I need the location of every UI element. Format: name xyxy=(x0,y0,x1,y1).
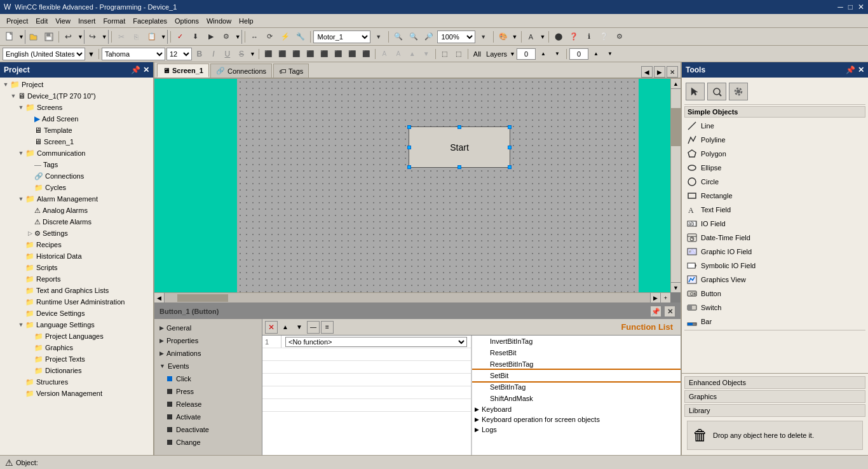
bp-func-select-1[interactable]: <No function> xyxy=(285,337,467,347)
tbtool14[interactable]: ❔ xyxy=(597,30,611,44)
tree-item-dicts[interactable]: 📁 Dictionaries xyxy=(0,365,153,376)
func-item-invertbitintag[interactable]: InvertBitInTag xyxy=(472,336,681,347)
tb-tag1[interactable]: 🔍 xyxy=(391,30,405,44)
strikethrough-button[interactable]: S xyxy=(235,48,248,60)
tree-item-historical[interactable]: 📁 Historical Data xyxy=(0,250,153,262)
tree-item-graphics2[interactable]: 📁 Graphics xyxy=(0,342,153,353)
align-top-right[interactable]: ⬛ xyxy=(290,48,302,60)
paste-dropdown[interactable]: ▼ xyxy=(160,30,168,44)
expander-device1[interactable]: ▼ xyxy=(9,93,18,99)
underline-button[interactable]: U xyxy=(221,48,234,60)
bp-close-button[interactable]: ✕ xyxy=(664,306,675,317)
tree-item-structures[interactable]: 📁 Structures xyxy=(0,376,153,388)
tbtool15[interactable]: ⚙ xyxy=(613,30,627,44)
coord-x-down[interactable]: ▼ xyxy=(604,48,616,60)
bp-nav-properties[interactable]: ▶ Properties xyxy=(154,334,262,347)
open-button[interactable] xyxy=(27,30,41,44)
bp-sub-press[interactable]: Press xyxy=(154,385,262,398)
tools-pin-button[interactable]: 📌 xyxy=(846,65,855,74)
layer-input[interactable] xyxy=(517,48,536,60)
tools-close-button[interactable]: ✕ xyxy=(858,65,864,74)
bp-sub-release[interactable]: Release xyxy=(154,398,262,411)
bp-row-1[interactable]: 1 <No function> xyxy=(262,336,471,348)
language-combo[interactable]: English (United States) xyxy=(3,48,85,60)
font-family-combo[interactable]: Tahoma xyxy=(102,48,165,60)
enhanced-objects-btn[interactable]: Enhanced Objects xyxy=(684,376,865,389)
layer-down[interactable]: ▼ xyxy=(551,48,564,60)
menu-format[interactable]: Format xyxy=(99,16,129,26)
redo-button[interactable]: ↪ xyxy=(86,30,100,44)
tree-item-projectlangs[interactable]: 📁 Project Languages xyxy=(0,330,153,342)
zoom-combo[interactable]: 100% xyxy=(437,31,475,43)
bp-tb-cut[interactable]: — xyxy=(307,321,320,334)
fmt2-3[interactable]: ▲ xyxy=(406,48,419,60)
save-button[interactable] xyxy=(42,30,56,44)
func-item-setbit[interactable]: SetBit xyxy=(472,370,681,381)
align-bot-center[interactable]: ⬛ xyxy=(360,48,372,60)
undo-dropdown[interactable]: ▼ xyxy=(77,30,85,44)
func-item-resetbitintag[interactable]: ResetBitInTag xyxy=(472,358,681,370)
zoom-in[interactable]: 🔍 xyxy=(407,30,421,44)
align-mid-left[interactable]: ⬛ xyxy=(304,48,316,60)
h-scroll-expand[interactable]: + xyxy=(660,293,670,302)
layers-dropdown[interactable]: ▼ xyxy=(510,51,515,57)
menu-faceplates[interactable]: Faceplates xyxy=(129,16,171,26)
font-size-combo[interactable]: 12 xyxy=(166,48,192,60)
bp-row-val-1[interactable]: <No function> xyxy=(281,336,471,348)
tool-rectangle[interactable]: Rectangle xyxy=(684,189,865,203)
menu-project[interactable]: Project xyxy=(3,16,32,26)
tbtool12[interactable]: ❓ xyxy=(567,30,581,44)
func-group-keyboardscreen[interactable]: ▶ Keyboard operation for screen objects xyxy=(472,414,681,425)
tool-bar[interactable]: Bar xyxy=(684,315,865,329)
canvas-dotted[interactable]: Start xyxy=(237,79,639,292)
canvas-close[interactable]: ✕ xyxy=(667,66,678,78)
tree-item-tags[interactable]: — Tags xyxy=(0,159,153,170)
tab-tags[interactable]: 🏷 Tags xyxy=(273,64,309,78)
compile-button[interactable]: ✓ xyxy=(173,30,187,44)
scroll-up-btn[interactable]: ▲ xyxy=(671,79,681,89)
library-btn[interactable]: Library xyxy=(684,404,865,417)
tree-item-alarm[interactable]: ▼ 📁 Alarm Management xyxy=(0,193,153,205)
bp-tb-down[interactable]: ▼ xyxy=(293,321,306,334)
tool-ellipse[interactable]: Ellipse xyxy=(684,161,865,175)
tree-item-analogalarms[interactable]: ⚠ Analog Alarms xyxy=(0,205,153,216)
bp-sub-deactivate[interactable]: Deactivate xyxy=(154,423,262,436)
canvas-scroll[interactable]: ▲ ▼ xyxy=(154,79,681,302)
tool-polygon[interactable]: Polygon xyxy=(684,147,865,161)
title-controls[interactable]: ─ □ ✕ xyxy=(837,3,864,11)
expander-communication[interactable]: ▼ xyxy=(17,150,25,156)
simulate-button[interactable]: ▶ xyxy=(204,30,218,44)
h-scroll-left[interactable]: ◀ xyxy=(154,293,165,302)
tool-symbolicio[interactable]: Symbolic IO Field xyxy=(684,259,865,273)
fmt3-2[interactable]: ⬚ xyxy=(452,48,465,60)
tool8[interactable]: 🔧 xyxy=(294,30,308,44)
bp-pin-button[interactable]: 📌 xyxy=(650,306,661,317)
zoom-out[interactable]: 🔎 xyxy=(422,30,436,44)
menu-help[interactable]: Help xyxy=(235,16,257,26)
tree-item-discretealarms[interactable]: ⚠ Discrete Alarms xyxy=(0,216,153,228)
tree-item-recipes[interactable]: 📁 Recipes xyxy=(0,239,153,250)
scroll-down-btn[interactable]: ▼ xyxy=(671,282,681,292)
fmt3-1[interactable]: ⬚ xyxy=(438,48,451,60)
tools-gear-btn[interactable] xyxy=(729,83,748,100)
v-scrollbar[interactable]: ▲ ▼ xyxy=(670,79,681,292)
lang-arrow[interactable]: ▼ xyxy=(86,50,96,58)
close-button[interactable]: ✕ xyxy=(858,3,864,11)
bp-tb-delete[interactable]: ✕ xyxy=(265,321,278,334)
cut-button[interactable]: ✂ xyxy=(114,30,128,44)
tag-combo-btn[interactable]: ▼ xyxy=(372,30,386,44)
bp-tb-paste[interactable]: ≡ xyxy=(321,321,334,334)
tab-connections[interactable]: 🔗 Connections xyxy=(210,64,272,78)
tree-item-devicesettings[interactable]: 📁 Device Settings xyxy=(0,308,153,319)
tool5[interactable]: ↔ xyxy=(248,30,262,44)
zoom-combo-btn[interactable]: ▼ xyxy=(477,30,491,44)
minimize-button[interactable]: ─ xyxy=(837,3,843,11)
tree-item-addscreen[interactable]: ▶ Add Screen xyxy=(0,113,153,125)
canvas-start-button[interactable]: Start xyxy=(409,126,510,168)
align-mid-center[interactable]: ⬛ xyxy=(318,48,330,60)
tree-item-scripts[interactable]: 📁 Scripts xyxy=(0,262,153,273)
menu-edit[interactable]: Edit xyxy=(32,16,51,26)
tree-item-alarmsettings[interactable]: ▷ ⚙ Settings xyxy=(0,228,153,239)
bp-nav-animations[interactable]: ▶ Animations xyxy=(154,347,262,360)
tool4-dropdown[interactable]: ▼ xyxy=(234,30,242,44)
